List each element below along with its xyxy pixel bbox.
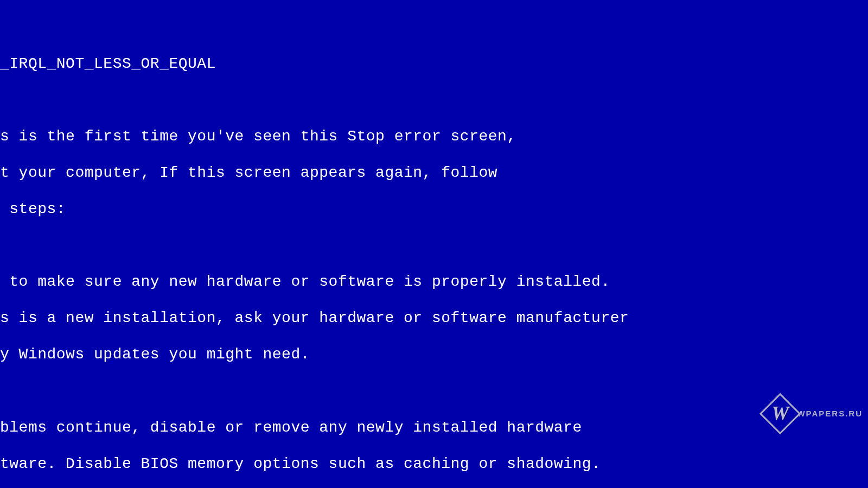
watermark-badge-letter: W	[771, 402, 789, 425]
bsod-line	[0, 382, 868, 401]
bsod-line	[0, 236, 868, 255]
watermark: W WPAPERS.RU	[765, 399, 863, 428]
bsod-line: s is a new installation, ask your hardwa…	[0, 309, 868, 328]
bsod-line	[0, 91, 868, 110]
bsod-line: blems continue, disable or remove any ne…	[0, 419, 868, 437]
bsod-line: steps:	[0, 200, 868, 219]
bsod-screen: _IRQL_NOT_LESS_OR_EQUAL s is the first t…	[0, 0, 868, 488]
bsod-line: to make sure any new hardware or softwar…	[0, 273, 868, 291]
bsod-line: t your computer, If this screen appears …	[0, 164, 868, 182]
bsod-line: y Windows updates you might need.	[0, 345, 868, 364]
bsod-line	[0, 18, 868, 37]
watermark-badge-icon: W	[760, 393, 801, 434]
bsod-error-name: _IRQL_NOT_LESS_OR_EQUAL	[0, 55, 868, 73]
bsod-line: s is the first time you've seen this Sto…	[0, 127, 868, 146]
bsod-line: tware. Disable BIOS memory options such …	[0, 455, 868, 473]
watermark-text: WPAPERS.RU	[797, 409, 863, 419]
